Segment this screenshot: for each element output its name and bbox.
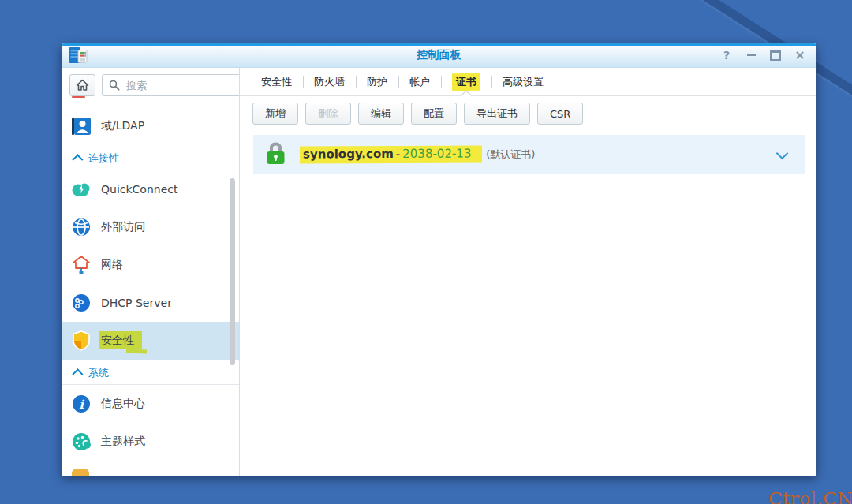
csr-button[interactable]: CSR	[537, 103, 583, 125]
configure-button[interactable]: 配置	[411, 103, 457, 125]
home-button[interactable]	[69, 74, 95, 96]
main-panel: 安全性 防火墙 防护 帐户 证书 高级设置 新增 删除 编辑 配置 导出证书 C…	[240, 68, 816, 476]
sidebar-section-label: 连接性	[88, 151, 119, 166]
sidebar-item-label: 安全性	[101, 334, 142, 348]
sidebar-item-label: 域/LDAP	[101, 119, 144, 133]
sidebar-item-label: 外部访问	[101, 220, 145, 234]
tab-firewall[interactable]: 防火墙	[303, 68, 356, 95]
certificate-subtitle: (默认证书)	[486, 148, 535, 160]
domain-ldap-icon	[71, 116, 92, 136]
tab-protection[interactable]: 防护	[356, 68, 398, 95]
chevron-up-icon	[72, 154, 83, 165]
partially-visible-item-icon	[72, 469, 91, 476]
tab-certificate[interactable]: 证书	[441, 68, 491, 95]
certificate-name: synology.com	[303, 147, 394, 162]
watermark: Ctrol.CN	[768, 488, 852, 504]
certificate-title: synology.com-2038-02-13	[300, 147, 486, 161]
edit-button[interactable]: 编辑	[358, 103, 404, 125]
chevron-up-icon	[72, 368, 83, 379]
search-box[interactable]	[102, 74, 240, 96]
tab-security[interactable]: 安全性	[250, 68, 303, 95]
quickconnect-cloud-icon	[71, 179, 92, 200]
sidebar-item-info-center[interactable]: i 信息中心	[62, 385, 239, 423]
dhcp-server-icon	[71, 293, 92, 313]
minimize-button[interactable]	[746, 50, 757, 61]
yellow-highlight: synology.com-2038-02-13	[300, 145, 483, 163]
globe-icon	[71, 217, 92, 237]
help-button[interactable]: ?	[721, 50, 732, 61]
sidebar-item-security[interactable]: 安全性	[62, 322, 239, 360]
tab-advanced-settings[interactable]: 高级设置	[491, 68, 555, 95]
yellow-highlight: 证书	[452, 73, 480, 90]
sidebar-item-dhcp-server[interactable]: DHCP Server	[62, 284, 239, 322]
search-icon	[109, 80, 120, 91]
home-icon	[76, 79, 89, 91]
search-input[interactable]	[125, 79, 240, 92]
control-panel-window: 控制面板 ? ×	[62, 43, 816, 476]
control-panel-app-icon	[68, 47, 88, 64]
toolbar: 新增 删除 编辑 配置 导出证书 CSR	[240, 96, 816, 131]
sidebar-item-theme[interactable]: 主题样式	[62, 423, 239, 461]
sidebar-item-label: 主题样式	[101, 435, 145, 449]
window-title: 控制面板	[62, 48, 816, 62]
security-shield-icon	[71, 330, 92, 351]
network-house-icon	[71, 255, 92, 275]
chevron-down-icon[interactable]	[776, 147, 789, 159]
certificate-expiry-date: 2038-02-13	[402, 146, 471, 160]
sidebar-section-system[interactable]: 系统	[62, 362, 239, 385]
lock-icon	[265, 140, 286, 169]
yellow-highlight: 安全性	[99, 331, 142, 349]
close-button[interactable]: ×	[794, 50, 805, 61]
sidebar-item-network[interactable]: 网络	[62, 246, 239, 284]
export-certificate-button[interactable]: 导出证书	[464, 103, 530, 125]
sidebar-item-label: QuickConnect	[101, 183, 178, 196]
sidebar-item-label: DHCP Server	[101, 297, 172, 309]
sidebar: 域/LDAP 连接性	[62, 68, 240, 476]
sidebar-item-external-access[interactable]: 外部访问	[62, 208, 239, 246]
sidebar-item-label: 网络	[101, 258, 123, 272]
sidebar-section-connectivity[interactable]: 连接性	[62, 147, 239, 170]
sidebar-item-label: 信息中心	[101, 397, 145, 411]
sidebar-item-domain-ldap[interactable]: 域/LDAP	[62, 107, 239, 145]
sidebar-section-label: 系统	[88, 366, 109, 380]
certificate-row[interactable]: synology.com-2038-02-13 (默认证书)	[253, 135, 805, 174]
sidebar-item-quickconnect[interactable]: QuickConnect	[62, 170, 239, 208]
theme-palette-icon	[71, 431, 92, 452]
titlebar[interactable]: 控制面板 ? ×	[62, 43, 816, 68]
tab-bar: 安全性 防火墙 防护 帐户 证书 高级设置	[240, 68, 816, 96]
sidebar-scrollbar[interactable]	[230, 178, 235, 365]
maximize-button[interactable]	[770, 50, 781, 61]
info-center-icon: i	[71, 394, 92, 414]
delete-button[interactable]: 删除	[305, 103, 351, 125]
tab-account[interactable]: 帐户	[398, 68, 441, 95]
add-button[interactable]: 新增	[252, 103, 298, 125]
